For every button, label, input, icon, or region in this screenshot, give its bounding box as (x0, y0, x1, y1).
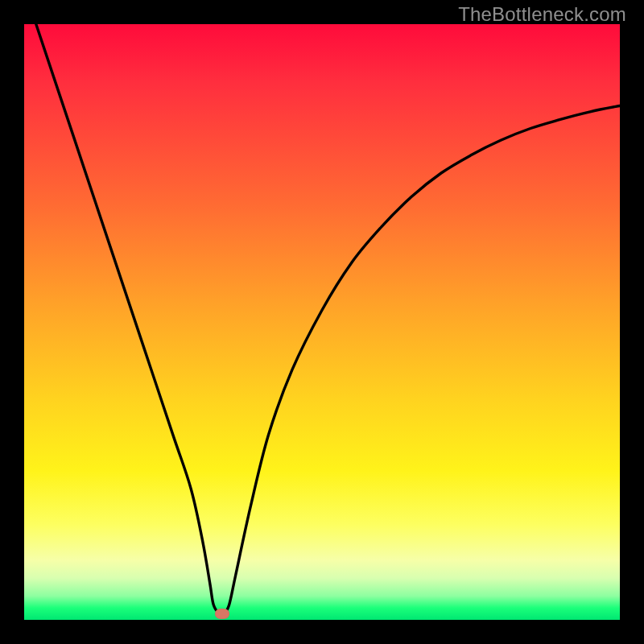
bottleneck-curve (24, 24, 620, 620)
optimum-marker (215, 609, 229, 619)
chart-frame: TheBottleneck.com (0, 0, 644, 644)
watermark-text: TheBottleneck.com (458, 3, 626, 26)
plot-area (24, 24, 620, 620)
